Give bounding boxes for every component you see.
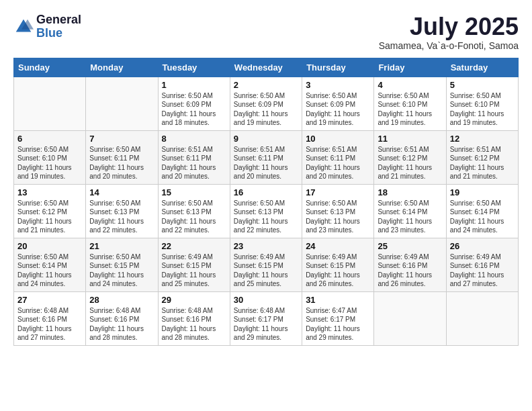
- day-number: 6: [17, 134, 82, 144]
- table-row: 15Sunrise: 6:50 AMSunset: 6:13 PMDayligh…: [158, 184, 230, 238]
- day-info: Sunrise: 6:50 AMSunset: 6:11 PMDaylight:…: [89, 145, 154, 181]
- day-number: 13: [17, 187, 82, 197]
- day-info: Sunrise: 6:48 AMSunset: 6:16 PMDaylight:…: [17, 306, 82, 342]
- table-row: 29Sunrise: 6:48 AMSunset: 6:16 PMDayligh…: [158, 291, 230, 345]
- day-number: 22: [162, 241, 226, 251]
- table-row: 14Sunrise: 6:50 AMSunset: 6:13 PMDayligh…: [86, 184, 158, 238]
- day-info: Sunrise: 6:49 AMSunset: 6:16 PMDaylight:…: [378, 253, 442, 289]
- col-tuesday: Tuesday: [158, 58, 230, 77]
- table-row: 19Sunrise: 6:50 AMSunset: 6:14 PMDayligh…: [446, 184, 518, 238]
- day-info: Sunrise: 6:49 AMSunset: 6:15 PMDaylight:…: [306, 253, 370, 289]
- table-row: 12Sunrise: 6:51 AMSunset: 6:12 PMDayligh…: [446, 130, 518, 184]
- logo-text: General Blue: [36, 13, 81, 40]
- table-row: 13Sunrise: 6:50 AMSunset: 6:12 PMDayligh…: [14, 184, 86, 238]
- day-number: 21: [89, 241, 154, 251]
- table-row: 10Sunrise: 6:51 AMSunset: 6:11 PMDayligh…: [302, 130, 374, 184]
- table-row: 31Sunrise: 6:47 AMSunset: 6:17 PMDayligh…: [302, 291, 374, 345]
- table-row: 4Sunrise: 6:50 AMSunset: 6:10 PMDaylight…: [374, 77, 446, 130]
- day-info: Sunrise: 6:50 AMSunset: 6:09 PMDaylight:…: [162, 91, 226, 128]
- day-number: 24: [306, 241, 370, 251]
- page-header: General Blue July 2025 Samamea, Va`a-o-F…: [13, 13, 519, 51]
- day-info: Sunrise: 6:50 AMSunset: 6:13 PMDaylight:…: [162, 199, 226, 235]
- day-number: 8: [162, 134, 226, 144]
- title-block: July 2025 Samamea, Va`a-o-Fonoti, Samoa: [379, 13, 519, 51]
- day-info: Sunrise: 6:51 AMSunset: 6:11 PMDaylight:…: [162, 145, 226, 181]
- month-title: July 2025: [379, 13, 519, 40]
- day-info: Sunrise: 6:50 AMSunset: 6:13 PMDaylight:…: [89, 199, 154, 235]
- table-row: 20Sunrise: 6:50 AMSunset: 6:14 PMDayligh…: [14, 238, 86, 291]
- table-row: 2Sunrise: 6:50 AMSunset: 6:09 PMDaylight…: [230, 77, 302, 130]
- day-info: Sunrise: 6:50 AMSunset: 6:15 PMDaylight:…: [89, 253, 154, 289]
- day-info: Sunrise: 6:51 AMSunset: 6:11 PMDaylight:…: [306, 145, 370, 181]
- day-number: 25: [378, 241, 442, 251]
- day-number: 1: [162, 80, 226, 90]
- day-info: Sunrise: 6:49 AMSunset: 6:15 PMDaylight:…: [234, 253, 298, 289]
- day-number: 2: [234, 80, 298, 90]
- table-row: 27Sunrise: 6:48 AMSunset: 6:16 PMDayligh…: [14, 291, 86, 345]
- day-number: 11: [378, 134, 442, 144]
- col-wednesday: Wednesday: [230, 58, 302, 77]
- day-number: 28: [89, 295, 154, 305]
- day-number: 20: [17, 241, 82, 251]
- table-row: 16Sunrise: 6:50 AMSunset: 6:13 PMDayligh…: [230, 184, 302, 238]
- day-info: Sunrise: 6:50 AMSunset: 6:10 PMDaylight:…: [450, 91, 515, 128]
- day-info: Sunrise: 6:48 AMSunset: 6:16 PMDaylight:…: [162, 306, 226, 342]
- table-row: 23Sunrise: 6:49 AMSunset: 6:15 PMDayligh…: [230, 238, 302, 291]
- calendar-week-row: 20Sunrise: 6:50 AMSunset: 6:14 PMDayligh…: [14, 238, 519, 291]
- day-info: Sunrise: 6:51 AMSunset: 6:12 PMDaylight:…: [450, 145, 515, 181]
- day-number: 17: [306, 187, 370, 197]
- day-number: 5: [450, 80, 515, 90]
- col-saturday: Saturday: [446, 58, 518, 77]
- logo: General Blue: [13, 13, 81, 40]
- day-number: 16: [234, 187, 298, 197]
- day-info: Sunrise: 6:50 AMSunset: 6:13 PMDaylight:…: [234, 199, 298, 235]
- table-row: 9Sunrise: 6:51 AMSunset: 6:11 PMDaylight…: [230, 130, 302, 184]
- day-number: 7: [89, 134, 154, 144]
- day-number: 18: [378, 187, 442, 197]
- day-info: Sunrise: 6:50 AMSunset: 6:14 PMDaylight:…: [378, 199, 442, 235]
- calendar-header-row: Sunday Monday Tuesday Wednesday Thursday…: [14, 58, 519, 77]
- calendar-week-row: 6Sunrise: 6:50 AMSunset: 6:10 PMDaylight…: [14, 130, 519, 184]
- table-row: 21Sunrise: 6:50 AMSunset: 6:15 PMDayligh…: [86, 238, 158, 291]
- day-number: 23: [234, 241, 298, 251]
- day-info: Sunrise: 6:50 AMSunset: 6:09 PMDaylight:…: [306, 91, 370, 128]
- day-info: Sunrise: 6:49 AMSunset: 6:15 PMDaylight:…: [162, 253, 226, 289]
- day-number: 9: [234, 134, 298, 144]
- calendar-week-row: 1Sunrise: 6:50 AMSunset: 6:09 PMDaylight…: [14, 77, 519, 130]
- day-info: Sunrise: 6:50 AMSunset: 6:10 PMDaylight:…: [17, 145, 82, 181]
- logo-general: General: [36, 13, 81, 27]
- logo-blue: Blue: [36, 27, 81, 40]
- table-row: [374, 291, 446, 345]
- table-row: 1Sunrise: 6:50 AMSunset: 6:09 PMDaylight…: [158, 77, 230, 130]
- col-sunday: Sunday: [14, 58, 86, 77]
- table-row: 11Sunrise: 6:51 AMSunset: 6:12 PMDayligh…: [374, 130, 446, 184]
- table-row: 7Sunrise: 6:50 AMSunset: 6:11 PMDaylight…: [86, 130, 158, 184]
- day-info: Sunrise: 6:51 AMSunset: 6:12 PMDaylight:…: [378, 145, 442, 181]
- day-number: 3: [306, 80, 370, 90]
- table-row: 8Sunrise: 6:51 AMSunset: 6:11 PMDaylight…: [158, 130, 230, 184]
- day-number: 4: [378, 80, 442, 90]
- calendar-table: Sunday Monday Tuesday Wednesday Thursday…: [13, 58, 519, 346]
- calendar-week-row: 27Sunrise: 6:48 AMSunset: 6:16 PMDayligh…: [14, 291, 519, 345]
- day-info: Sunrise: 6:50 AMSunset: 6:13 PMDaylight:…: [306, 199, 370, 235]
- table-row: 22Sunrise: 6:49 AMSunset: 6:15 PMDayligh…: [158, 238, 230, 291]
- day-number: 27: [17, 295, 82, 305]
- day-info: Sunrise: 6:51 AMSunset: 6:11 PMDaylight:…: [234, 145, 298, 181]
- day-info: Sunrise: 6:49 AMSunset: 6:16 PMDaylight:…: [450, 253, 515, 289]
- day-number: 15: [162, 187, 226, 197]
- day-number: 14: [89, 187, 154, 197]
- calendar-week-row: 13Sunrise: 6:50 AMSunset: 6:12 PMDayligh…: [14, 184, 519, 238]
- table-row: 25Sunrise: 6:49 AMSunset: 6:16 PMDayligh…: [374, 238, 446, 291]
- table-row: 17Sunrise: 6:50 AMSunset: 6:13 PMDayligh…: [302, 184, 374, 238]
- col-monday: Monday: [86, 58, 158, 77]
- col-thursday: Thursday: [302, 58, 374, 77]
- table-row: [14, 77, 86, 130]
- day-info: Sunrise: 6:48 AMSunset: 6:17 PMDaylight:…: [234, 306, 298, 342]
- day-info: Sunrise: 6:50 AMSunset: 6:09 PMDaylight:…: [234, 91, 298, 128]
- location-subtitle: Samamea, Va`a-o-Fonoti, Samoa: [379, 40, 519, 51]
- table-row: 28Sunrise: 6:48 AMSunset: 6:16 PMDayligh…: [86, 291, 158, 345]
- col-friday: Friday: [374, 58, 446, 77]
- table-row: 26Sunrise: 6:49 AMSunset: 6:16 PMDayligh…: [446, 238, 518, 291]
- table-row: 5Sunrise: 6:50 AMSunset: 6:10 PMDaylight…: [446, 77, 518, 130]
- logo-icon: [13, 17, 34, 37]
